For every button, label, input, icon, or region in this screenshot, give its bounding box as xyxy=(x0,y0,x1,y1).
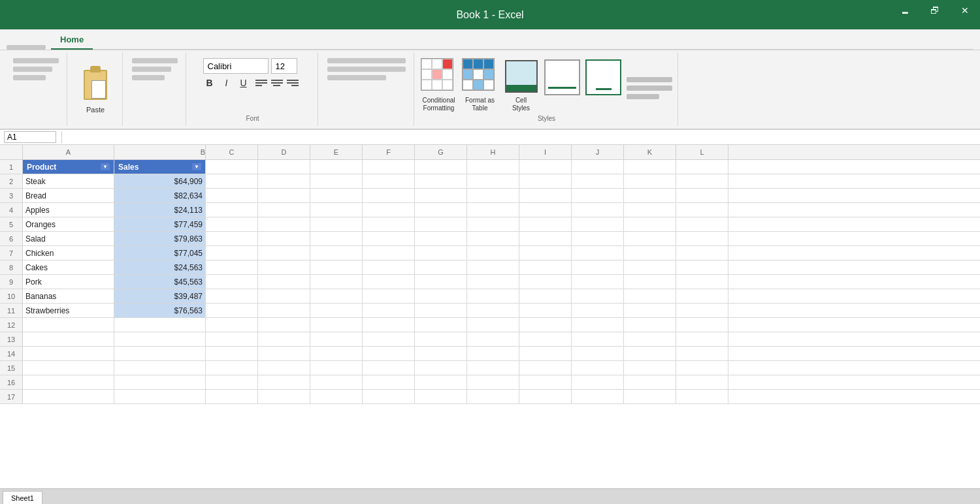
cell-l7[interactable] xyxy=(676,246,728,260)
cell-k6[interactable] xyxy=(624,232,676,245)
cell-j11[interactable] xyxy=(572,304,624,317)
col-header-g[interactable]: G xyxy=(415,145,467,159)
restore-button[interactable]: 🗗 xyxy=(920,0,950,21)
col-header-i[interactable]: I xyxy=(519,145,572,159)
cell-i4[interactable] xyxy=(519,203,572,217)
italic-button[interactable]: I xyxy=(220,77,233,89)
font-size-box[interactable]: 12 xyxy=(271,58,297,74)
header-product[interactable]: Product ▼ xyxy=(23,160,114,174)
cell-k1[interactable] xyxy=(624,160,676,174)
cell-l4[interactable] xyxy=(676,203,728,217)
cell-l9[interactable] xyxy=(676,275,728,289)
sales-dropdown[interactable]: ▼ xyxy=(192,163,201,170)
cell-h5[interactable] xyxy=(467,217,519,231)
cell-h6[interactable] xyxy=(467,232,519,245)
cell-f5[interactable] xyxy=(363,217,415,231)
cell-h2[interactable] xyxy=(467,174,519,188)
cell-c8[interactable] xyxy=(206,260,258,274)
cell-sales-4[interactable]: $24,113 xyxy=(114,203,206,217)
cell-l11[interactable] xyxy=(676,304,728,317)
cell-f4[interactable] xyxy=(363,203,415,217)
cell-i3[interactable] xyxy=(519,189,572,202)
cell-e4[interactable] xyxy=(310,203,363,217)
font-name-box[interactable]: Calibri xyxy=(203,58,269,74)
sheet-tab-1[interactable]: Sheet1 xyxy=(3,491,42,504)
cell-d5[interactable] xyxy=(258,217,310,231)
cell-h3[interactable] xyxy=(467,189,519,202)
cell-e2[interactable] xyxy=(310,174,363,188)
cell-sales-5[interactable]: $77,459 xyxy=(114,217,206,231)
cell-e5[interactable] xyxy=(310,217,363,231)
cell-sales-6[interactable]: $79,863 xyxy=(114,232,206,245)
cell-d9[interactable] xyxy=(258,275,310,289)
cell-c10[interactable] xyxy=(206,289,258,303)
bold-button[interactable]: B xyxy=(203,77,216,89)
cell-h8[interactable] xyxy=(467,260,519,274)
cell-k3[interactable] xyxy=(624,189,676,202)
cell-product-9[interactable]: Pork xyxy=(23,275,114,289)
cell-d4[interactable] xyxy=(258,203,310,217)
cell-j9[interactable] xyxy=(572,275,624,289)
cell-product-11[interactable]: Strawberries xyxy=(23,304,114,317)
cell-g10[interactable] xyxy=(415,289,467,303)
cell-g7[interactable] xyxy=(415,246,467,260)
col-header-h[interactable]: H xyxy=(467,145,519,159)
extra-icon-2[interactable] xyxy=(585,59,621,111)
cell-g11[interactable] xyxy=(415,304,467,317)
cell-k2[interactable] xyxy=(624,174,676,188)
window-controls[interactable]: 🗕 🗗 ✕ xyxy=(890,0,980,29)
cell-i11[interactable] xyxy=(519,304,572,317)
col-header-f[interactable]: F xyxy=(363,145,415,159)
cell-k9[interactable] xyxy=(624,275,676,289)
cell-d2[interactable] xyxy=(258,174,310,188)
cell-k5[interactable] xyxy=(624,217,676,231)
cell-g9[interactable] xyxy=(415,275,467,289)
cell-c4[interactable] xyxy=(206,203,258,217)
cell-d11[interactable] xyxy=(258,304,310,317)
format-as-table-button[interactable]: Format as Table xyxy=(462,58,498,112)
cell-g3[interactable] xyxy=(415,189,467,202)
cell-product-8[interactable]: Cakes xyxy=(23,260,114,274)
cell-k10[interactable] xyxy=(624,289,676,303)
cell-product-5[interactable]: Oranges xyxy=(23,217,114,231)
cell-i9[interactable] xyxy=(519,275,572,289)
cell-e3[interactable] xyxy=(310,189,363,202)
minimize-button[interactable]: 🗕 xyxy=(890,0,920,21)
cell-e10[interactable] xyxy=(310,289,363,303)
cell-h1[interactable] xyxy=(467,160,519,174)
cell-sales-8[interactable]: $24,563 xyxy=(114,260,206,274)
name-box[interactable]: A1 xyxy=(4,131,56,143)
cell-g1[interactable] xyxy=(415,160,467,174)
align-center-button[interactable] xyxy=(270,76,284,89)
cell-j5[interactable] xyxy=(572,217,624,231)
cell-k8[interactable] xyxy=(624,260,676,274)
col-header-l[interactable]: L xyxy=(676,145,728,159)
cell-l8[interactable] xyxy=(676,260,728,274)
cell-f6[interactable] xyxy=(363,232,415,245)
cell-k7[interactable] xyxy=(624,246,676,260)
cell-e8[interactable] xyxy=(310,260,363,274)
tab-home[interactable]: Home xyxy=(51,31,93,50)
underline-button[interactable]: U xyxy=(237,77,250,89)
cell-c5[interactable] xyxy=(206,217,258,231)
cell-product-4[interactable]: Apples xyxy=(23,203,114,217)
cell-i8[interactable] xyxy=(519,260,572,274)
cell-l1[interactable] xyxy=(676,160,728,174)
cell-e7[interactable] xyxy=(310,246,363,260)
cell-product-6[interactable]: Salad xyxy=(23,232,114,245)
col-header-b[interactable]: B xyxy=(114,145,206,159)
cell-c6[interactable] xyxy=(206,232,258,245)
cell-d3[interactable] xyxy=(258,189,310,202)
col-header-j[interactable]: J xyxy=(572,145,624,159)
cell-i2[interactable] xyxy=(519,174,572,188)
cell-product-2[interactable]: Steak xyxy=(23,174,114,188)
conditional-formatting-button[interactable]: Conditional Formatting xyxy=(421,58,457,112)
cell-sales-2[interactable]: $64,909 xyxy=(114,174,206,188)
cell-j8[interactable] xyxy=(572,260,624,274)
cell-f10[interactable] xyxy=(363,289,415,303)
cell-c3[interactable] xyxy=(206,189,258,202)
cell-d7[interactable] xyxy=(258,246,310,260)
cell-sales-11[interactable]: $76,563 xyxy=(114,304,206,317)
cell-h7[interactable] xyxy=(467,246,519,260)
cell-l10[interactable] xyxy=(676,289,728,303)
